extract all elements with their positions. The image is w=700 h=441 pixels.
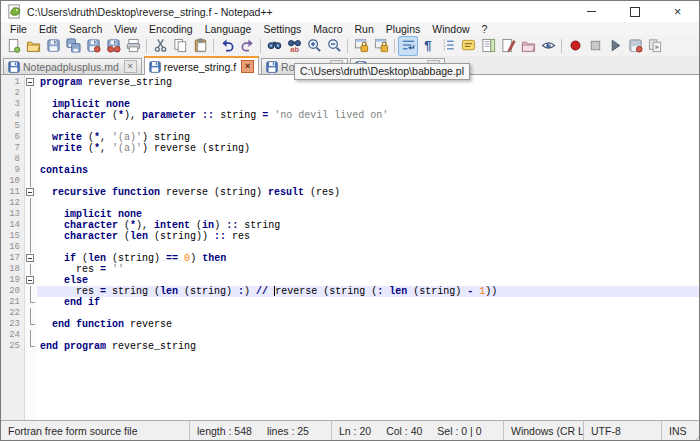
fold-toggle-icon[interactable] xyxy=(24,253,37,264)
menu-item-macro[interactable]: Macro xyxy=(307,23,348,35)
maximize-button[interactable] xyxy=(613,1,656,22)
code-line: 19 else xyxy=(1,275,699,286)
print-icon[interactable] xyxy=(123,36,143,56)
line-number: 18 xyxy=(1,264,24,275)
function-list-icon[interactable] xyxy=(458,36,478,56)
code-text: write (*, '(a)') reverse (string) xyxy=(37,143,699,154)
menu-item-file[interactable]: File xyxy=(4,23,33,35)
indent-guide-icon[interactable] xyxy=(438,36,458,56)
line-number: 13 xyxy=(1,209,24,220)
save-macro-icon[interactable] xyxy=(625,36,645,56)
folder-as-workspace-icon[interactable] xyxy=(518,36,538,56)
sync-vertical-scroll-icon[interactable] xyxy=(351,36,371,56)
fold-line xyxy=(24,220,37,231)
tab-close-icon[interactable]: × xyxy=(124,60,137,73)
save-icon[interactable] xyxy=(43,36,63,56)
menu-item-encoding[interactable]: Encoding xyxy=(143,23,199,35)
redo-icon[interactable] xyxy=(237,36,257,56)
code-editor[interactable]: 1program reverse_string23 implicit none4… xyxy=(1,75,699,420)
code-text: write (*, '(a)') string xyxy=(37,132,699,143)
undo-icon[interactable] xyxy=(217,36,237,56)
toolbar-separator xyxy=(146,39,147,53)
menu-item-help[interactable]: ? xyxy=(476,23,494,35)
line-number: 20 xyxy=(1,286,24,297)
run-macro-multiple-times-icon[interactable] xyxy=(645,36,665,56)
close-all-icon[interactable] xyxy=(103,36,123,56)
line-number: 16 xyxy=(1,242,24,253)
code-line: 14 character (*), intent (in) :: string xyxy=(1,220,699,231)
copy-icon[interactable] xyxy=(170,36,190,56)
word-wrap-icon[interactable] xyxy=(398,36,418,56)
eol-format-status: Windows (CR LF) xyxy=(503,421,583,440)
code-line: 22 xyxy=(1,308,699,319)
record-macro-icon[interactable] xyxy=(565,36,585,56)
save-all-icon[interactable] xyxy=(63,36,83,56)
toolbar: ab¶ xyxy=(1,35,699,56)
line-number: 19 xyxy=(1,275,24,286)
zoom-in-icon[interactable] xyxy=(304,36,324,56)
paste-icon[interactable] xyxy=(190,36,210,56)
replace-icon[interactable]: ab xyxy=(284,36,304,56)
saved-file-icon xyxy=(266,61,278,73)
menu-item-edit[interactable]: Edit xyxy=(33,23,63,35)
resize-grip-icon[interactable] xyxy=(693,427,700,440)
code-line: 9contains xyxy=(1,165,699,176)
code-line: 13 implicit none xyxy=(1,209,699,220)
code-text: end if xyxy=(37,297,699,308)
menu-item-plugins[interactable]: Plugins xyxy=(380,23,426,35)
toolbar-separator xyxy=(561,39,562,53)
show-all-characters-icon[interactable]: ¶ xyxy=(418,36,438,56)
fold-line xyxy=(24,132,37,143)
document-switcher-icon[interactable] xyxy=(498,36,518,56)
fold-toggle-icon[interactable] xyxy=(24,187,37,198)
sync-horizontal-scroll-icon[interactable] xyxy=(371,36,391,56)
code-line: 2 xyxy=(1,88,699,99)
code-text xyxy=(37,154,699,165)
menu-item-view[interactable]: View xyxy=(108,23,143,35)
open-file-icon[interactable] xyxy=(23,36,43,56)
tab-close-icon[interactable]: × xyxy=(241,60,254,73)
code-text xyxy=(37,88,699,99)
monitoring-icon[interactable] xyxy=(538,36,558,56)
tab-label: reverse_string.f xyxy=(164,61,236,73)
close-button[interactable]: × xyxy=(656,1,699,22)
menu-item-language[interactable]: Language xyxy=(199,23,258,35)
menu-item-search[interactable]: Search xyxy=(63,23,108,35)
close-file-icon[interactable] xyxy=(83,36,103,56)
toolbar-separator xyxy=(260,39,261,53)
stop-macro-icon[interactable] xyxy=(585,36,605,56)
line-number: 4 xyxy=(1,110,24,121)
code-text xyxy=(37,242,699,253)
menu-item-settings[interactable]: Settings xyxy=(257,23,307,35)
fold-line xyxy=(24,176,37,187)
code-line: 6 write (*, '(a)') string xyxy=(1,132,699,143)
code-line: 11 recursive function reverse (string) r… xyxy=(1,187,699,198)
code-text xyxy=(37,176,699,187)
status-bar: Fortran free form source filelength : 54… xyxy=(1,420,699,440)
maximize-icon xyxy=(630,7,640,17)
playback-macro-icon[interactable] xyxy=(605,36,625,56)
menu-item-window[interactable]: Window xyxy=(426,23,475,35)
cut-icon[interactable] xyxy=(150,36,170,56)
fold-toggle-icon[interactable] xyxy=(24,77,37,88)
new-file-icon[interactable] xyxy=(3,36,23,56)
fold-line xyxy=(24,165,37,176)
fold-line xyxy=(24,99,37,110)
code-text xyxy=(37,330,699,341)
minimize-button[interactable] xyxy=(570,1,613,22)
code-text: implicit none xyxy=(37,209,699,220)
code-text: contains xyxy=(37,165,699,176)
code-line: 17 if (len (string) == 0) then xyxy=(1,253,699,264)
fold-toggle-icon[interactable] xyxy=(24,275,37,286)
find-icon[interactable] xyxy=(264,36,284,56)
line-number: 14 xyxy=(1,220,24,231)
menu-item-run[interactable]: Run xyxy=(349,23,380,35)
document-map-icon[interactable] xyxy=(478,36,498,56)
code-line: 10 xyxy=(1,176,699,187)
tab-reverse-string-f[interactable]: reverse_string.f× xyxy=(144,56,259,75)
zoom-out-icon[interactable] xyxy=(324,36,344,56)
code-text: res = '' xyxy=(37,264,699,275)
code-text: res = string (len (string) :) // reverse… xyxy=(37,286,699,297)
tab-notepadplusplus-md[interactable]: Notepadplusplus.md× xyxy=(3,58,142,74)
code-text: implicit none xyxy=(37,99,699,110)
